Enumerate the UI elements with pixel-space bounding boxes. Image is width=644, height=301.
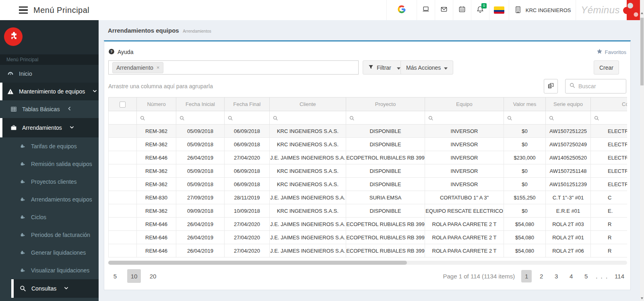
chevron-left-icon bbox=[64, 106, 72, 112]
row-select-cell[interactable] bbox=[109, 191, 137, 204]
sidebar-item-visualizar-liquidaciones[interactable]: Visualizar liquidaciones bbox=[0, 262, 99, 279]
row-select-cell[interactable] bbox=[109, 218, 137, 231]
column-filter-input[interactable] bbox=[346, 111, 425, 125]
table-row[interactable]: REM-83027/09/201928/11/2019J.E. JAIMES I… bbox=[109, 191, 627, 204]
favorites-link[interactable]: Favoritos bbox=[597, 48, 626, 56]
page-button-1[interactable]: 1 bbox=[521, 270, 532, 282]
vertical-scrollbar[interactable] bbox=[640, 0, 644, 301]
row-select-cell[interactable] bbox=[109, 204, 137, 218]
sidebar-item-proyectos-clientes[interactable]: Proyectos clientes bbox=[0, 173, 99, 191]
sidebar-item-remision-salida-equipos[interactable]: Remisión salida equipos bbox=[0, 155, 99, 173]
row-select-cell[interactable] bbox=[109, 151, 137, 164]
sidebar-toggle[interactable]: Menú Principal bbox=[0, 0, 121, 20]
table-row[interactable]: REM-64626/04/201927/04/2020J.E. JAIMES I… bbox=[109, 231, 627, 244]
module-icon bbox=[19, 268, 26, 273]
mas-acciones-button[interactable]: Más Acciones bbox=[400, 60, 453, 75]
table-row[interactable]: REM-64626/04/201927/04/2020J.E. JAIMES I… bbox=[109, 244, 627, 257]
page-button-5[interactable]: 5 bbox=[581, 270, 591, 282]
sidebar-item-consultas[interactable]: Consultas bbox=[11, 279, 99, 298]
sidebar-item-generar-liquidaciones[interactable]: Generar liquidaciones bbox=[0, 244, 99, 262]
sidebar-item-mantenimiento-de-equipos[interactable]: Mantenimiento de equipos bbox=[0, 83, 99, 100]
table-row[interactable]: REM-64626/04/201927/04/2020J.E. JAIMES I… bbox=[109, 151, 627, 164]
table-row[interactable]: REM-36205/09/201806/09/2018KRC INGENIERO… bbox=[109, 125, 627, 138]
table-row[interactable]: REM-36209/09/201810/09/2018KRC INGENIERO… bbox=[109, 204, 627, 218]
vertical-scrollbar-thumb[interactable] bbox=[640, 18, 644, 85]
sidebar-item-periodos-de-facturacion[interactable]: Periodos de facturación bbox=[0, 226, 99, 244]
column-header-fecha-inicial[interactable]: Fecha Inicial bbox=[176, 98, 225, 111]
column-filter-input[interactable] bbox=[504, 111, 546, 125]
sidebar-item-arrendamientos[interactable]: Arrendamientos bbox=[0, 118, 99, 137]
column-header-cliente[interactable]: Cliente bbox=[270, 98, 346, 111]
sidebar-item-arrendamientos-equipos[interactable]: Arrendamientos equipos bbox=[0, 191, 99, 208]
notifications-button[interactable]: 0 bbox=[471, 0, 489, 20]
language-flag-button[interactable] bbox=[489, 0, 509, 20]
svg-text:?: ? bbox=[110, 50, 112, 54]
column-filter-input[interactable] bbox=[225, 111, 270, 125]
row-select-cell[interactable] bbox=[109, 138, 137, 151]
column-filter-input[interactable] bbox=[546, 111, 591, 125]
table-row[interactable]: REM-36205/09/201806/09/2018KRC INGENIERO… bbox=[109, 164, 627, 178]
column-filter-input[interactable] bbox=[137, 111, 176, 125]
row-select-cell[interactable] bbox=[109, 164, 137, 178]
column-filter-input[interactable] bbox=[425, 111, 504, 125]
devices-button[interactable] bbox=[417, 0, 435, 20]
sidebar-item-tarifas-de-equipos[interactable]: Tarifas de equipos bbox=[0, 137, 99, 155]
page-size-20[interactable]: 20 bbox=[146, 269, 160, 283]
horizontal-scrollbar-thumb[interactable] bbox=[108, 261, 407, 265]
dashboard-icon bbox=[7, 71, 14, 77]
crear-button[interactable]: Crear bbox=[594, 60, 619, 75]
scroll-down-icon[interactable] bbox=[641, 297, 643, 299]
page-head: Arrendamientos equipos Arrendamientos bbox=[99, 20, 640, 34]
magnifier-icon bbox=[594, 114, 599, 120]
grid-cell: KRC INGENIEROS S.A.S. bbox=[270, 138, 346, 151]
grid-search-input[interactable] bbox=[578, 83, 619, 89]
brand-name: Yéminus bbox=[581, 4, 620, 16]
grid-cell: INVERSOR bbox=[425, 178, 504, 191]
page-button-114[interactable]: 114 bbox=[613, 270, 626, 282]
google-button[interactable] bbox=[386, 0, 417, 20]
grid-cell: REM-362 bbox=[137, 164, 176, 178]
filter-tags-input[interactable]: Arrendamiento × bbox=[108, 60, 359, 75]
page-button-2[interactable]: 2 bbox=[536, 270, 547, 282]
help-link[interactable]: ? Ayuda bbox=[108, 48, 133, 56]
table-row[interactable]: REM-36205/09/201806/09/2018KRC INGENIERO… bbox=[109, 138, 627, 151]
mail-button[interactable] bbox=[435, 0, 453, 20]
column-filter-input[interactable] bbox=[270, 111, 346, 125]
row-select-cell[interactable] bbox=[109, 231, 137, 244]
table-row[interactable]: REM-64626/04/201927/04/2020J.E. JAIMES I… bbox=[109, 218, 627, 231]
app-logo[interactable] bbox=[4, 27, 23, 46]
calendar-button[interactable] bbox=[453, 0, 471, 20]
sidebar-item-ciclos[interactable]: Ciclos bbox=[0, 208, 99, 226]
column-header-co[interactable]: Có bbox=[591, 98, 627, 111]
column-header-valor-mes[interactable]: Valor mes bbox=[504, 98, 546, 111]
page-button-3[interactable]: 3 bbox=[551, 270, 561, 282]
column-chooser-button[interactable] bbox=[544, 79, 558, 93]
page-buttons: 12345. . .114 bbox=[521, 270, 626, 282]
sidebar-item-tablas-basicas[interactable]: Tablas Básicas bbox=[0, 100, 99, 118]
scroll-up-icon[interactable] bbox=[641, 12, 643, 14]
row-select-cell[interactable] bbox=[109, 125, 137, 138]
table-row[interactable]: REM-36205/09/201806/09/2018KRC INGENIERO… bbox=[109, 178, 627, 191]
row-select-cell[interactable] bbox=[109, 244, 137, 257]
column-header-numero[interactable]: Número bbox=[137, 98, 176, 111]
column-header-serie-equipo[interactable]: Serie equipo bbox=[546, 98, 591, 111]
grid-cell: CORTATUBO 1" A 3" bbox=[425, 191, 504, 204]
column-header-proyecto[interactable]: Proyecto bbox=[346, 98, 425, 111]
sidebar-item-inicio[interactable]: Inicio bbox=[0, 65, 99, 83]
row-select-cell[interactable] bbox=[109, 178, 137, 191]
column-header-equipo[interactable]: Equipo bbox=[425, 98, 504, 111]
horizontal-scrollbar[interactable] bbox=[108, 261, 627, 265]
page-size-5[interactable]: 5 bbox=[108, 269, 122, 283]
grid-cell: E.R.E #01 bbox=[546, 204, 591, 218]
caret-down-icon bbox=[444, 64, 448, 71]
sidebar: Menú Principal InicioMantenimiento de eq… bbox=[0, 20, 99, 301]
column-header-fecha-final[interactable]: Fecha Final bbox=[225, 98, 270, 111]
column-filter-input[interactable] bbox=[591, 111, 627, 125]
page-size-10[interactable]: 10 bbox=[127, 269, 141, 283]
page-button-4[interactable]: 4 bbox=[566, 270, 576, 282]
column-filter-input[interactable] bbox=[176, 111, 225, 125]
filtrar-button[interactable]: Filtrar bbox=[363, 60, 406, 75]
company-button[interactable]: KRC INGENIEROS bbox=[509, 0, 576, 20]
select-all-checkbox[interactable] bbox=[120, 102, 126, 108]
remove-tag-icon[interactable]: × bbox=[157, 64, 160, 71]
